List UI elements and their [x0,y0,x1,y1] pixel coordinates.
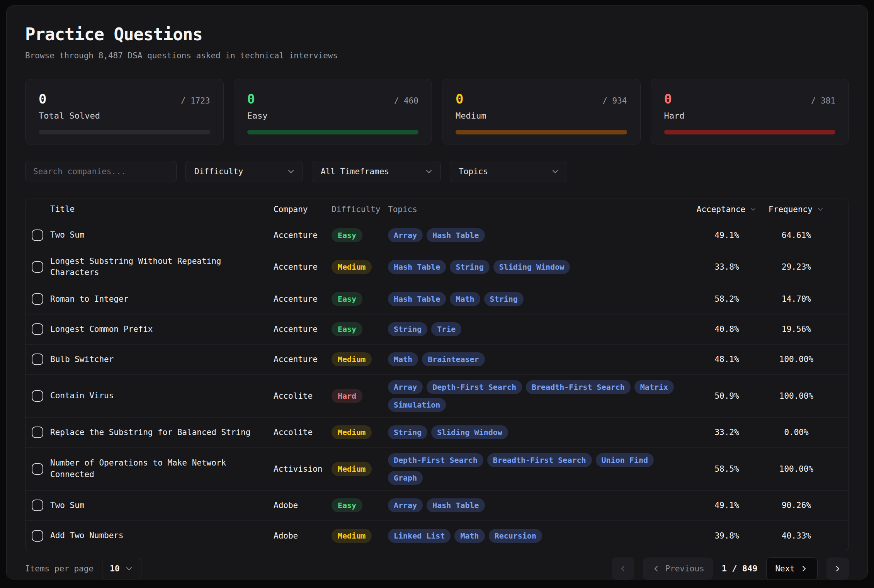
frequency-value: 100.00% [760,355,833,364]
acceptance-value: 39.8% [694,531,760,540]
page-indicator: 1 / 849 [722,564,758,573]
column-header-title: Title [50,204,274,215]
row-checkbox[interactable] [32,500,43,511]
row-checkbox[interactable] [32,353,43,365]
row-select-cell [32,390,50,402]
stat-solved-count: 0 [456,92,463,105]
table-row: Two Sum Accenture Easy ArrayHash Table 4… [26,220,848,250]
company-name: Adobe [274,501,332,510]
chevron-left-icon [618,564,627,573]
column-header-difficulty: Difficulty [332,205,388,214]
next-button-label: Next [775,564,795,573]
practice-questions-panel: Practice Questions Browse through 8,487 … [6,5,868,580]
table-row: Number of Operations to Make Network Con… [26,448,848,491]
difficulty-badge: Hard [332,389,362,403]
timeframe-dropdown-label: All Timeframes [321,167,389,176]
question-title: Replace the Substring for Balanced Strin… [50,427,274,438]
table-footer: Items per page 10 Previous 1 / 849 Next [25,557,849,580]
row-checkbox[interactable] [32,530,43,542]
next-page-button[interactable]: Next [766,557,818,580]
stat-solved-count: 0 [247,92,255,105]
row-select-cell [32,323,50,335]
topics-dropdown-label: Topics [459,167,488,176]
row-checkbox[interactable] [32,293,43,305]
difficulty-badge: Easy [332,322,362,336]
frequency-value: 14.70% [760,294,833,304]
row-checkbox[interactable] [32,463,43,475]
row-select-cell [32,530,50,542]
frequency-value: 29.23% [760,262,833,272]
row-checkbox[interactable] [32,390,43,402]
row-checkbox[interactable] [32,427,43,438]
topics-list: MathBrainteaser [388,352,694,366]
stat-label: Medium [456,111,627,121]
topics-dropdown[interactable]: Topics [450,161,567,182]
chevron-left-icon [651,564,661,573]
column-header-frequency[interactable]: Frequency [760,205,833,214]
stat-card-values: 0 / 934 [456,92,627,105]
topics-list: StringTrie [388,322,694,336]
stat-card-values: 0 / 1723 [39,92,210,105]
topic-badge: Simulation [388,398,446,412]
stat-card-values: 0 / 381 [664,92,836,105]
chevron-down-icon [551,167,560,176]
row-select-cell [32,427,50,438]
company-name: Accolite [274,391,332,401]
topic-badge: Breadth-First Search [487,453,592,467]
stat-label: Total Solved [39,111,210,121]
topic-badge: Depth-First Search [388,453,483,467]
topics-list: Hash TableStringSliding Window [388,260,694,274]
search-input[interactable] [25,161,177,182]
difficulty-cell: Easy [332,498,388,512]
company-name: Accenture [274,231,332,240]
timeframe-dropdown[interactable]: All Timeframes [312,161,441,182]
frequency-value: 40.33% [760,531,833,540]
stats-row: 0 / 1723 Total Solved 0 / 460 Easy 0 / 9… [25,79,849,144]
difficulty-cell: Easy [332,292,388,306]
topic-badge: Brainteaser [422,352,485,366]
question-title: Longest Common Prefix [50,324,274,335]
topic-badge: Array [388,228,423,242]
table-row: Replace the Substring for Balanced Strin… [26,418,848,448]
row-checkbox[interactable] [32,323,43,335]
difficulty-dropdown[interactable]: Difficulty [185,161,303,182]
table-row: Bulb Switcher Accenture Medium MathBrain… [26,345,848,375]
question-title: Contain Virus [50,390,274,401]
table-row: Longest Substring Without Repeating Char… [26,250,848,284]
topics-list: Depth-First SearchBreadth-First SearchUn… [388,453,694,485]
stat-progress-bar [456,130,627,134]
topic-badge: String [450,260,489,274]
acceptance-value: 50.9% [694,391,760,401]
acceptance-value: 33.8% [694,262,760,272]
stat-total-count: / 381 [811,96,835,105]
topics-list: ArrayDepth-First SearchBreadth-First Sea… [388,380,694,412]
pagination: Previous 1 / 849 Next [612,557,849,580]
topic-badge: String [484,292,524,306]
question-title: Add Two Numbers [50,530,274,541]
difficulty-badge: Easy [332,228,362,242]
topic-badge: Math [388,352,418,366]
topics-list: StringSliding Window [388,425,694,439]
company-name: Adobe [274,531,332,540]
questions-table: Title Company Difficulty Topics Acceptan… [25,199,849,551]
acceptance-value: 58.2% [694,294,760,304]
stat-progress-bar [664,130,836,134]
column-header-topics: Topics [388,205,694,214]
row-select-cell [32,229,50,241]
company-name: Accenture [274,355,332,364]
last-page-button[interactable] [826,557,849,580]
row-checkbox[interactable] [32,261,43,273]
company-name: Activision [274,464,332,474]
chevron-right-icon [833,564,842,573]
previous-page-button[interactable]: Previous [643,557,713,580]
topic-badge: String [388,425,427,439]
row-select-cell [32,463,50,475]
frequency-value: 100.00% [760,391,833,401]
first-page-button[interactable] [612,557,634,580]
items-per-page-select[interactable]: 10 [102,558,141,580]
stat-card-values: 0 / 460 [247,92,419,105]
column-header-acceptance[interactable]: Acceptance [694,205,760,214]
stat-card-hard: 0 / 381 Hard [651,79,849,144]
row-checkbox[interactable] [32,229,43,241]
question-title: Number of Operations to Make Network Con… [50,457,274,480]
